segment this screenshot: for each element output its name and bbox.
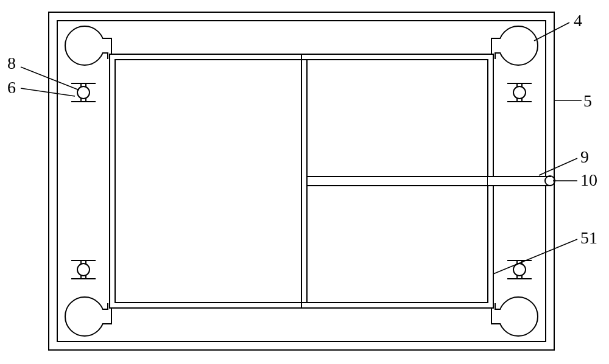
leader-8 — [21, 67, 79, 90]
leader-51 — [493, 239, 577, 274]
label-9: 9 — [580, 147, 589, 167]
label-4: 4 — [574, 11, 582, 30]
leader-4 — [534, 23, 569, 41]
label-10: 10 — [580, 170, 597, 190]
label-51: 51 — [580, 228, 597, 248]
label-6: 6 — [7, 78, 16, 97]
leader-9 — [539, 158, 577, 175]
leader-lines — [0, 0, 609, 364]
label-8: 8 — [7, 54, 16, 73]
leader-6 — [21, 88, 75, 96]
label-5: 5 — [583, 91, 592, 111]
